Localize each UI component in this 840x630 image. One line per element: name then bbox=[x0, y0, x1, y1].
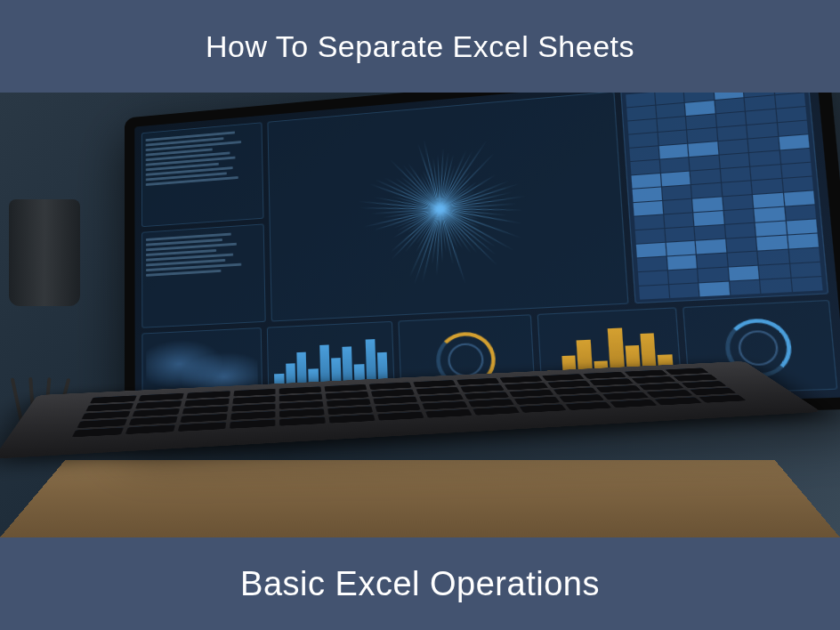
data-table bbox=[620, 93, 828, 303]
top-banner: How To Separate Excel Sheets bbox=[0, 0, 840, 93]
sunburst-chart: // rays generated below in main script bbox=[267, 93, 628, 322]
data-panel-list bbox=[141, 223, 266, 328]
hero-image: // rays generated below in main script bbox=[0, 93, 840, 537]
data-panel-list bbox=[141, 122, 264, 226]
table-grid bbox=[621, 93, 828, 303]
laptop: // rays generated below in main script bbox=[53, 101, 783, 529]
category-title: Basic Excel Operations bbox=[240, 565, 600, 603]
page-title: How To Separate Excel Sheets bbox=[206, 29, 634, 64]
bottom-banner: Basic Excel Operations bbox=[0, 537, 840, 630]
